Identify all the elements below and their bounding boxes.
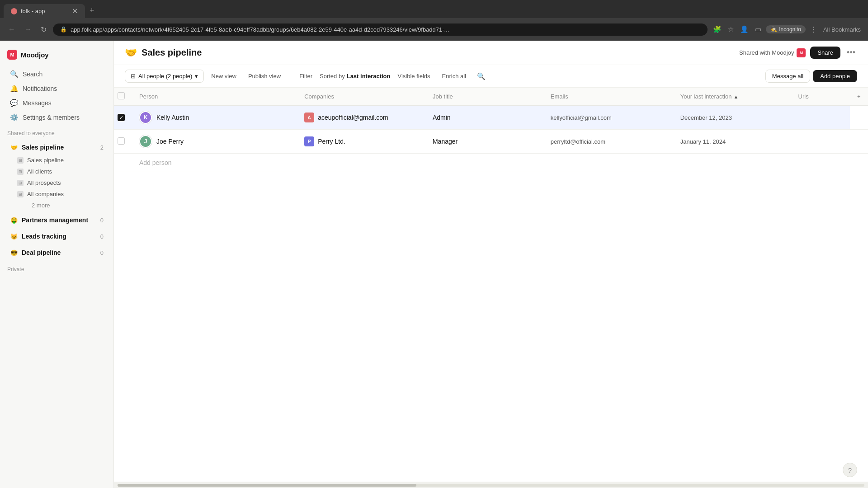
private-section-label: Private: [0, 261, 113, 275]
group-deal-pipeline: 😎 Deal pipeline 0: [0, 245, 113, 260]
sidebar-item-notifications[interactable]: 🔔 Notifications: [3, 81, 111, 96]
all-people-dropdown[interactable]: ⊞ All people (2 people) ▾: [125, 70, 204, 83]
sidebar-brand: M Moodjoy: [0, 46, 113, 67]
browser-nav: ← → ↻ 🔒 app.folk.app/apps/contacts/netwo…: [0, 18, 868, 41]
person-name: Kelly Austin: [156, 114, 189, 121]
th-emails-label: Emails: [551, 93, 568, 100]
toolbar-divider: [290, 72, 290, 81]
group-deal-icon: 😎: [10, 249, 18, 257]
person-cell: J Joe Perry: [132, 130, 297, 154]
profile-btn[interactable]: 👤: [738, 23, 750, 35]
horizontal-scrollbar[interactable]: [114, 482, 868, 488]
active-tab[interactable]: folk - app ✕: [4, 4, 85, 18]
table-view-icon: ⊞: [131, 73, 136, 80]
group-leads-tracking-header[interactable]: 😺 Leads tracking 0: [3, 229, 111, 244]
more-options-button[interactable]: •••: [845, 46, 857, 59]
company-cell-inner: P Perry Ltd.: [304, 136, 418, 146]
add-people-button[interactable]: Add people: [813, 70, 857, 82]
table-icon-companies: ⊞: [17, 191, 24, 197]
message-all-button[interactable]: Message all: [765, 70, 810, 83]
extensions-btn[interactable]: 🧩: [711, 23, 723, 35]
person-cell-inner: J Joe Perry: [139, 135, 290, 148]
table-icon-clients: ⊞: [17, 169, 24, 175]
new-tab-btn[interactable]: +: [85, 3, 99, 18]
group-deal-label: Deal pipeline: [22, 249, 97, 256]
enrich-all-button[interactable]: Enrich all: [438, 70, 471, 82]
more-items-link[interactable]: 2 more: [24, 200, 113, 211]
publish-view-button[interactable]: Publish view: [244, 70, 285, 82]
th-add-column[interactable]: +: [850, 88, 868, 106]
sidebar-item-all-clients[interactable]: ⊞ All clients: [10, 166, 111, 177]
new-view-button[interactable]: New view: [207, 70, 241, 82]
table-row[interactable]: J Joe Perry P Perry Ltd. Manager: [114, 130, 868, 154]
email-value: perryltd@official.com: [551, 138, 605, 145]
job-title-cell: Admin: [425, 106, 543, 130]
group-sales-pipeline-count: 2: [100, 144, 104, 151]
row-checkbox[interactable]: [118, 137, 125, 145]
all-clients-label: All clients: [27, 168, 52, 175]
sidebar-item-settings[interactable]: ⚙️ Settings & members: [3, 110, 111, 125]
sorted-by-prefix: Sorted by: [320, 73, 345, 80]
all-people-label: All people (2 people): [138, 73, 192, 80]
search-button[interactable]: 🔍: [473, 70, 489, 82]
contacts-table-container: Person Companies Job title Emails: [114, 88, 868, 482]
reload-btn[interactable]: ↻: [38, 23, 49, 36]
help-button[interactable]: ?: [843, 463, 857, 477]
shared-section-header: Shared to everyone: [0, 125, 113, 139]
th-urls: Urls: [791, 88, 850, 106]
job-title-value: Admin: [433, 114, 451, 121]
tab-close-btn[interactable]: ✕: [72, 7, 78, 15]
sidebar: M Moodjoy 🔍 Search 🔔 Notifications 💬 Mes…: [0, 41, 114, 488]
th-last-interaction-label: Your last interaction: [680, 93, 732, 100]
bell-icon: 🔔: [10, 84, 18, 93]
row-checkbox-cell: [114, 130, 132, 154]
sidebar-item-all-prospects[interactable]: ⊞ All prospects: [10, 177, 111, 188]
page-header-actions: Shared with Moodjoy M Share •••: [739, 46, 857, 59]
sidebar-btn[interactable]: ▭: [753, 23, 763, 35]
bookmark-btn[interactable]: ☆: [726, 23, 736, 35]
all-companies-label: All companies: [27, 191, 64, 197]
select-all-checkbox[interactable]: [118, 92, 125, 99]
group-partners-icon: 🤑: [10, 216, 18, 224]
sales-pipeline-sub-label: Sales pipeline: [27, 157, 64, 164]
filter-button[interactable]: Filter: [295, 70, 317, 82]
sidebar-item-messages[interactable]: 💬 Messages: [3, 96, 111, 110]
scrollbar-thumb[interactable]: [118, 484, 416, 487]
th-last-interaction[interactable]: Your last interaction ▲: [673, 88, 791, 106]
group-leads-label: Leads tracking: [22, 233, 97, 240]
all-prospects-label: All prospects: [27, 179, 61, 186]
shared-avatar: M: [797, 48, 806, 57]
group-deal-pipeline-header[interactable]: 😎 Deal pipeline 0: [3, 245, 111, 260]
sidebar-item-all-companies[interactable]: ⊞ All companies: [10, 188, 111, 200]
back-btn[interactable]: ←: [5, 23, 18, 35]
add-person-cell: Add person: [132, 154, 868, 172]
group-sales-pipeline-header[interactable]: 🤝 Sales pipeline 2: [3, 140, 111, 155]
sidebar-item-sales-pipeline[interactable]: ⊞ Sales pipeline: [10, 155, 111, 166]
toolbar: ⊞ All people (2 people) ▾ New view Publi…: [114, 65, 868, 88]
avatar: K: [139, 111, 152, 124]
shared-badge: Shared with Moodjoy M: [739, 48, 806, 57]
sidebar-item-search[interactable]: 🔍 Search: [3, 67, 111, 81]
page-emoji: 🤝: [125, 47, 137, 59]
group-sales-pipeline: 🤝 Sales pipeline 2 ⊞ Sales pipeline ⊞ Al…: [0, 140, 113, 211]
share-button[interactable]: Share: [810, 47, 840, 59]
address-bar[interactable]: 🔒 app.folk.app/apps/contacts/network/4f6…: [53, 23, 708, 36]
visible-fields-button[interactable]: Visible fields: [393, 70, 434, 82]
incognito-label: Incognito: [779, 26, 801, 33]
sidebar-item-settings-label: Settings & members: [23, 114, 80, 121]
group-partners-management: 🤑 Partners management 0: [0, 213, 113, 227]
company-avatar: P: [304, 136, 314, 146]
row-checkbox[interactable]: ✓: [118, 114, 125, 121]
lock-icon: 🔒: [60, 26, 67, 33]
table-row[interactable]: ✓ K Kelly Austin A aceupofficial@gmail.: [114, 106, 868, 130]
tab-title: folk - app: [21, 8, 45, 14]
group-leads-count: 0: [100, 233, 104, 240]
job-title-value: Manager: [433, 138, 458, 145]
group-partners-management-header[interactable]: 🤑 Partners management 0: [3, 213, 111, 227]
sort-ascending-icon: ▲: [733, 94, 738, 99]
add-person-row[interactable]: Add person: [114, 154, 868, 172]
main-content: 🤝 Sales pipeline Shared with Moodjoy M S…: [114, 41, 868, 488]
menu-btn[interactable]: ⋮: [808, 23, 819, 35]
forward-btn[interactable]: →: [22, 23, 34, 35]
app-container: M Moodjoy 🔍 Search 🔔 Notifications 💬 Mes…: [0, 41, 868, 488]
